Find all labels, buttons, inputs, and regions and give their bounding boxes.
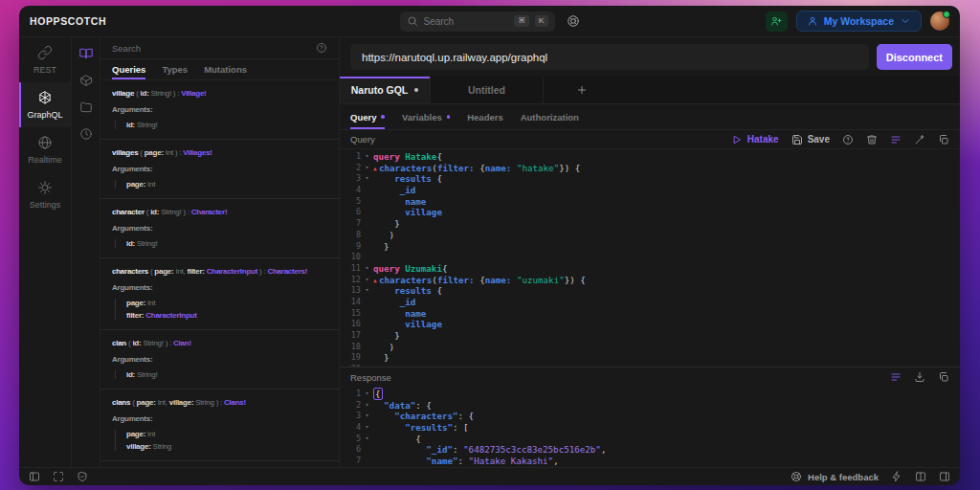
fold-spacer — [361, 456, 373, 467]
line-number: 10 — [340, 252, 361, 263]
statusbar-right: Help & feedback — [791, 471, 950, 482]
fold-arrow-icon[interactable]: ▾ — [361, 389, 373, 400]
fold-arrow-icon[interactable]: ▾ — [361, 422, 373, 434]
fold-arrow-icon[interactable]: ▾ — [361, 434, 373, 445]
tab-mutations[interactable]: Mutations — [204, 59, 247, 79]
fold-arrow-icon[interactable]: ▾ — [361, 411, 373, 422]
toggle-right-panel-icon[interactable] — [939, 471, 950, 482]
expand-icon[interactable] — [53, 471, 64, 482]
workspace-selector-button[interactable]: My Workspace — [796, 11, 922, 32]
shortcuts-zap-icon[interactable] — [891, 471, 902, 482]
line-number: 3 — [340, 173, 361, 185]
tab-queries[interactable]: Queries — [112, 59, 145, 79]
help-circle-icon[interactable] — [842, 134, 854, 145]
schema-box-icon[interactable] — [79, 74, 93, 87]
code-line: 17 } — [340, 330, 960, 342]
sidebar-item-settings[interactable]: Settings — [19, 172, 71, 217]
code-line: 2▾▲characters(filter: {name: "hatake"}) … — [340, 163, 960, 174]
fold-spacer — [361, 308, 373, 320]
fold-arrow-icon[interactable]: ▾ — [361, 173, 373, 185]
query-editor[interactable]: 1▾query Hatake{2▾▲characters(filter: {na… — [340, 149, 960, 367]
prettify-icon[interactable] — [890, 371, 902, 383]
fold-spacer — [361, 241, 373, 253]
fold-arrow-icon[interactable]: ▾ — [361, 163, 373, 174]
line-content: ▲characters(filter: {name: "uzumaki"}) { — [373, 275, 586, 286]
request-tab-naruto-gql[interactable]: Naruto GQL — [340, 77, 431, 103]
fold-spacer — [361, 196, 373, 208]
prettify-icon[interactable] — [890, 134, 902, 145]
request-tab-label: Naruto GQL — [351, 84, 409, 96]
graphql-query-item[interactable]: character ( id: String! ) : Character!Ar… — [100, 199, 339, 258]
sidebar-item-graphql[interactable]: GraphQL — [19, 82, 71, 127]
history-clock-icon[interactable] — [79, 127, 93, 141]
line-number: 14 — [340, 297, 361, 308]
arguments-label: Arguments: — [112, 224, 327, 233]
fold-spacer — [361, 207, 373, 218]
line-content: query Uzumaki{ — [373, 263, 447, 275]
wand-icon[interactable] — [914, 134, 925, 145]
shield-check-icon[interactable] — [77, 471, 88, 482]
search-input[interactable] — [424, 16, 509, 27]
changed-dot — [447, 115, 451, 119]
arguments-list: page: Intfilter: CharacterInput — [115, 299, 327, 320]
argument-row: id: String! — [126, 239, 327, 248]
collections-folder-icon[interactable] — [79, 100, 93, 114]
graphql-query-item[interactable]: villages ( page: Int ) : Villages!Argume… — [100, 140, 339, 199]
sidebar-item-label: Realtime — [28, 155, 62, 165]
cmd-key: ⌘ — [514, 15, 528, 27]
invite-user-button[interactable] — [766, 11, 788, 32]
avatar[interactable] — [930, 11, 949, 31]
primary-sidebar: REST GraphQL Realtime Settings — [19, 37, 72, 467]
fold-arrow-icon[interactable]: ▾ — [361, 151, 373, 163]
request-tab-untitled[interactable]: Untitled — [431, 77, 544, 103]
fold-arrow-icon[interactable]: ▾ — [361, 400, 373, 412]
request-tab-label: Untitled — [468, 84, 505, 96]
graphql-query-item[interactable]: village ( id: String! ) : Village!Argume… — [100, 80, 339, 140]
fold-arrow-icon[interactable]: ▾ — [361, 263, 373, 275]
line-content: results { — [373, 285, 442, 297]
line-content: village — [373, 207, 442, 218]
disconnect-button[interactable]: Disconnect — [877, 44, 952, 70]
query-signature: character ( id: String! ) : Character! — [112, 208, 327, 216]
global-search[interactable]: ⌘ K — [400, 11, 555, 32]
help-feedback-button[interactable]: Help & feedback — [791, 471, 879, 482]
endpoint-url-input[interactable] — [350, 44, 869, 70]
sidebar-item-rest[interactable]: REST — [19, 37, 71, 82]
save-button[interactable]: Save — [791, 134, 830, 145]
toggle-columns-icon[interactable] — [915, 471, 926, 482]
subtab-query[interactable]: Query — [350, 104, 385, 129]
toggle-sidebar-icon[interactable] — [29, 471, 40, 482]
tab-types[interactable]: Types — [162, 59, 188, 79]
fold-arrow-icon[interactable]: ▾ — [361, 275, 373, 286]
copy-icon[interactable] — [938, 134, 949, 145]
response-viewer[interactable]: 1▾{2▾ "data": {3▾ "characters": {4▾ "res… — [340, 387, 960, 467]
help-icon[interactable] — [316, 42, 327, 54]
graphql-query-item[interactable]: characters ( page: Int, filter: Characte… — [100, 258, 339, 330]
support-icon[interactable] — [567, 14, 580, 28]
sidebar-item-realtime[interactable]: Realtime — [19, 127, 71, 172]
subtab-variables[interactable]: Variables — [402, 104, 450, 129]
download-icon[interactable] — [914, 371, 925, 383]
subtab-headers[interactable]: Headers — [467, 104, 503, 129]
code-line: 7 "name": "Hatake Kakashi", — [340, 456, 960, 467]
unsaved-dot — [414, 88, 418, 92]
line-number: 2 — [340, 400, 361, 412]
add-tab-button[interactable] — [576, 84, 588, 96]
explorer-search-input[interactable] — [112, 43, 275, 54]
explorer-tabs: Queries Types Mutations — [100, 59, 339, 80]
code-line: 6 "_id": "6482735c3cc83e25bc516e2b", — [340, 444, 960, 456]
graphql-query-item[interactable]: clan ( id: String! ) : Clan!Arguments:id… — [100, 330, 339, 390]
subtab-authorization[interactable]: Authorization — [521, 104, 579, 129]
subtab-label: Authorization — [521, 112, 579, 122]
query-signature: characters ( page: Int, filter: Characte… — [112, 267, 327, 276]
code-line: 14 _id — [340, 297, 960, 308]
code-line: 2▾ "data": { — [340, 400, 960, 412]
documentation-book-icon[interactable] — [79, 47, 93, 60]
workspace-label: My Workspace — [824, 15, 894, 27]
graphql-query-item[interactable]: clans ( page: Int, village: String ) : C… — [100, 390, 339, 461]
clear-trash-icon[interactable] — [866, 134, 878, 145]
copy-icon[interactable] — [938, 371, 949, 383]
fold-arrow-icon[interactable]: ▾ — [361, 285, 373, 297]
line-content: query Hatake{ — [373, 151, 442, 163]
run-query-button[interactable]: Hatake — [731, 134, 779, 145]
